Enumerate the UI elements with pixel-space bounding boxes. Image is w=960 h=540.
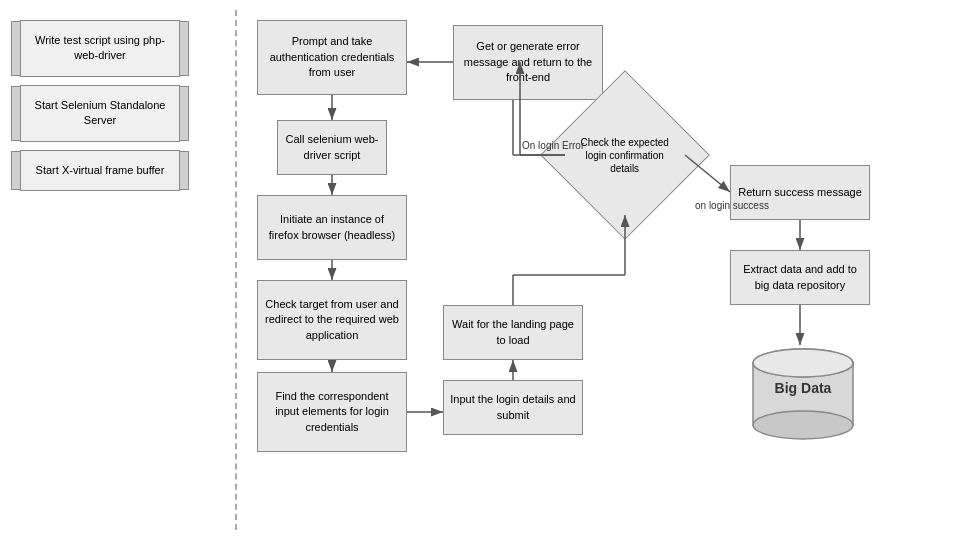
bigdata-cylinder: Big Data (748, 345, 858, 447)
bigdata-label: Big Data (748, 380, 858, 396)
diamond-check: Check the expected login confirmation de… (565, 95, 685, 215)
flow-box-check-target: Check target from user and redirect to t… (257, 280, 407, 360)
sidebar: Write test script using php-web-driver S… (20, 20, 180, 191)
svg-point-3 (753, 349, 853, 377)
label-login-error: On login Error (522, 140, 584, 151)
sidebar-box-write-test: Write test script using php-web-driver (20, 20, 180, 77)
flow-box-selenium: Call selenium web-driver script (277, 120, 387, 175)
flow-box-prompt: Prompt and take authentication credentia… (257, 20, 407, 95)
divider-line (235, 10, 237, 530)
sidebar-box-x-virtual: Start X-virtual frame buffer (20, 150, 180, 191)
flow-box-firefox: Initiate an instance of firefox browser … (257, 195, 407, 260)
flow-box-return-success: Return success message (730, 165, 870, 220)
svg-point-2 (753, 411, 853, 439)
label-login-success: on login success (695, 200, 769, 211)
flow-box-find-input: Find the correspondent input elements fo… (257, 372, 407, 452)
flow-box-get-error: Get or generate error message and return… (453, 25, 603, 100)
sidebar-box-selenium-server: Start Selenium Standalone Server (20, 85, 180, 142)
diamond-text: Check the expected login confirmation de… (566, 131, 684, 180)
diagram-container: Write test script using php-web-driver S… (0, 0, 960, 540)
flow-box-wait-landing: Wait for the landing page to load (443, 305, 583, 360)
flow-box-input-login: Input the login details and submit (443, 380, 583, 435)
flow-box-extract-data: Extract data and add to big data reposit… (730, 250, 870, 305)
